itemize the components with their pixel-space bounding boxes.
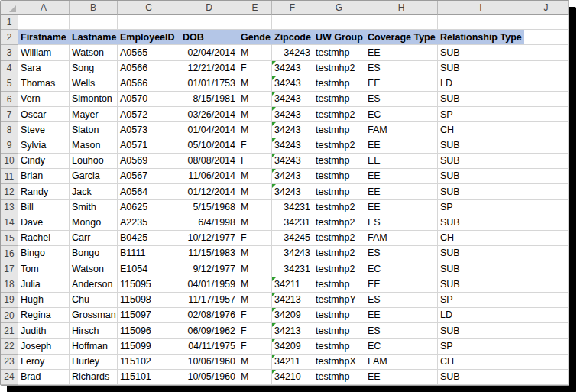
cell-C20[interactable]: 115097 [118, 308, 180, 323]
cell-A8[interactable]: Steve [18, 122, 70, 138]
cell-J24[interactable] [524, 370, 569, 385]
cell-J14[interactable] [524, 215, 569, 231]
row-header-10[interactable]: 10 [1, 154, 18, 169]
cell-D13[interactable]: 5/15/1968 [180, 200, 238, 215]
cell-D19[interactable]: 11/17/1957 [180, 293, 238, 308]
cell-A24[interactable]: Brad [18, 370, 70, 385]
cell-J9[interactable] [524, 138, 569, 154]
cell-E23[interactable]: M [238, 355, 272, 370]
cell-B13[interactable]: Smith [70, 200, 118, 215]
cell-I22[interactable]: SP [438, 339, 524, 354]
cell-C21[interactable]: 115096 [118, 323, 180, 339]
cell-H7[interactable]: EC [365, 107, 438, 122]
row-header-22[interactable]: 22 [1, 339, 18, 354]
cell-C18[interactable]: 115095 [118, 277, 180, 293]
row-header-16[interactable]: 16 [1, 246, 18, 261]
cell-I5[interactable]: LD [438, 76, 524, 92]
cell-E16[interactable]: M [238, 246, 272, 261]
cell-C5[interactable]: A0566 [118, 76, 180, 92]
cell-I23[interactable]: CH [438, 355, 524, 370]
cell-I10[interactable]: SUB [438, 154, 524, 169]
cell-A17[interactable]: Tom [18, 261, 70, 277]
cell-E18[interactable]: M [238, 277, 272, 293]
cell-D4[interactable]: 12/21/2014 [180, 61, 238, 76]
cell-F3[interactable]: 34243 [272, 45, 313, 60]
cell-J3[interactable] [524, 45, 569, 60]
cell-I1[interactable] [438, 15, 524, 30]
cell-G7[interactable]: testmhp2 [313, 107, 365, 122]
cell-A2-header[interactable]: Firstname [18, 30, 70, 45]
cell-F23[interactable]: 34211 [272, 355, 313, 370]
cell-B3[interactable]: Watson [70, 45, 118, 60]
cell-I24[interactable]: SUB [438, 370, 524, 385]
cell-G20[interactable]: testmhp [313, 308, 365, 323]
cell-A10[interactable]: Cindy [18, 154, 70, 169]
cell-C8[interactable]: A0573 [118, 122, 180, 138]
cell-H24[interactable]: EE [365, 370, 438, 385]
cell-D3[interactable]: 02/04/2014 [180, 45, 238, 60]
row-header-8[interactable]: 8 [1, 122, 18, 138]
cell-B18[interactable]: Anderson [70, 277, 118, 293]
cell-A9[interactable]: Sylvia [18, 138, 70, 154]
cell-F24[interactable]: 34210 [272, 370, 313, 385]
cell-B11[interactable]: Garcia [70, 169, 118, 184]
cell-B14[interactable]: Mongo [70, 215, 118, 231]
cell-G11[interactable]: testmhp [313, 169, 365, 184]
cell-F2-header[interactable]: Zipcode [272, 30, 313, 45]
row-header-2[interactable]: 2 [1, 30, 18, 45]
cell-H16[interactable]: ES [365, 246, 438, 261]
cell-A18[interactable]: Julia [18, 277, 70, 293]
cell-A5[interactable]: Thomas [18, 76, 70, 92]
cell-H20[interactable]: EE [365, 308, 438, 323]
cell-D8[interactable]: 01/04/2014 [180, 122, 238, 138]
cell-F17[interactable]: 34231 [272, 261, 313, 277]
cell-D16[interactable]: 11/15/1983 [180, 246, 238, 261]
cell-D20[interactable]: 02/08/1976 [180, 308, 238, 323]
cell-H11[interactable]: EE [365, 169, 438, 184]
cell-E6[interactable]: M [238, 92, 272, 107]
cell-J7[interactable] [524, 107, 569, 122]
cell-G8[interactable]: testmhp [313, 122, 365, 138]
cell-A7[interactable]: Oscar [18, 107, 70, 122]
cell-E2-header[interactable]: Gender [238, 30, 272, 45]
cell-C17[interactable]: E1054 [118, 261, 180, 277]
cell-G17[interactable]: testmhp2 [313, 261, 365, 277]
cell-G21[interactable]: testmhp [313, 323, 365, 339]
cell-A1[interactable] [18, 15, 70, 30]
cell-E5[interactable]: M [238, 76, 272, 92]
cell-H4[interactable]: ES [365, 61, 438, 76]
cell-J11[interactable] [524, 169, 569, 184]
cell-B17[interactable]: Watson [70, 261, 118, 277]
cell-D23[interactable]: 10/06/1960 [180, 355, 238, 370]
row-header-15[interactable]: 15 [1, 231, 18, 246]
cell-H10[interactable]: EE [365, 154, 438, 169]
cell-J18[interactable] [524, 277, 569, 293]
cell-I19[interactable]: SP [438, 293, 524, 308]
cell-D12[interactable]: 01/12/2014 [180, 184, 238, 199]
cell-J17[interactable] [524, 261, 569, 277]
cell-I8[interactable]: CH [438, 122, 524, 138]
cell-B6[interactable]: Simonton [70, 92, 118, 107]
cell-I16[interactable]: SUB [438, 246, 524, 261]
row-header-4[interactable]: 4 [1, 61, 18, 76]
cell-G6[interactable]: testmhp [313, 92, 365, 107]
cell-B16[interactable]: Bongo [70, 246, 118, 261]
cell-C6[interactable]: A0570 [118, 92, 180, 107]
cell-B21[interactable]: Hirsch [70, 323, 118, 339]
cell-C16[interactable]: B1111 [118, 246, 180, 261]
cell-A12[interactable]: Randy [18, 184, 70, 199]
column-header-B[interactable]: B [70, 1, 118, 15]
cell-D6[interactable]: 8/15/1981 [180, 92, 238, 107]
cell-E9[interactable]: F [238, 138, 272, 154]
cell-H13[interactable]: EE [365, 200, 438, 215]
cell-H3[interactable]: EE [365, 45, 438, 60]
cell-J22[interactable] [524, 339, 569, 354]
cell-F20[interactable]: 34209 [272, 308, 313, 323]
cell-D10[interactable]: 08/08/2014 [180, 154, 238, 169]
row-header-12[interactable]: 12 [1, 184, 18, 199]
cell-J16[interactable] [524, 246, 569, 261]
cell-F8[interactable]: 34243 [272, 122, 313, 138]
cell-H17[interactable]: EC [365, 261, 438, 277]
cell-C19[interactable]: 115098 [118, 293, 180, 308]
cell-A4[interactable]: Sara [18, 61, 70, 76]
